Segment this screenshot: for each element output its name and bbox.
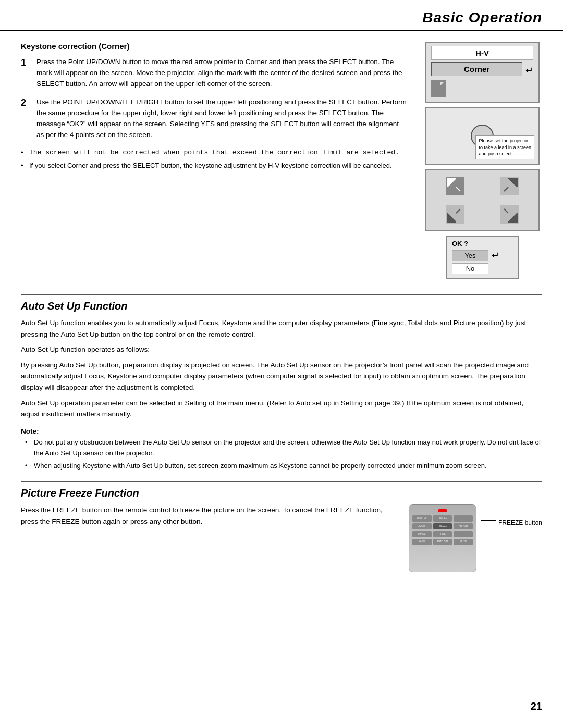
- remote-btn-page: PAGE: [412, 539, 432, 545]
- menu-item-corner: Corner: [431, 62, 522, 76]
- freeze-text: Press the FREEZE button on the remote co…: [21, 504, 393, 531]
- note-text-2: When adjusting Keystone with Auto Set Up…: [34, 461, 487, 472]
- svg-rect-13: [447, 213, 448, 223]
- diagram-projector: Please set the projectorto take a lead i…: [425, 107, 540, 165]
- ok-no-item: No: [452, 263, 488, 274]
- page-header: Basic Operation: [0, 0, 563, 31]
- main-content: Keystone correction (Corner) 1 Press the…: [0, 31, 563, 572]
- note-bullet-1: •: [25, 437, 31, 459]
- bullet-item-1: • The screen will not be corrected when …: [21, 147, 407, 158]
- auto-setup-para2: Auto Set Up function operates as follows…: [21, 344, 542, 355]
- svg-rect-2: [447, 178, 456, 179]
- menu-doc-icon: [431, 80, 446, 97]
- remote-btn-empty2: [454, 531, 473, 537]
- remote-control-image: AUTO PC ON-OFF ZOOM FREEZE ARROW IMAGE P…: [409, 504, 476, 572]
- bullet-text-1: The screen will not be corrected when po…: [29, 147, 399, 158]
- diagram-corners: [425, 169, 540, 231]
- section-divider-2: [21, 481, 542, 482]
- auto-setup-heading: Auto Set Up Function: [21, 300, 542, 312]
- bullet-dot-2: •: [21, 161, 27, 171]
- svg-rect-3: [447, 178, 448, 187]
- remote-btn-arrow: ARROW: [454, 523, 473, 529]
- remote-indicator-light: [438, 509, 447, 512]
- ok-yes-row: Yes ↵: [452, 250, 512, 261]
- ok-yes-item: Yes: [452, 250, 488, 261]
- svg-rect-18: [517, 213, 518, 223]
- remote-btn-freeze: FREEZE: [433, 523, 452, 529]
- corner-bottom-right: [483, 201, 535, 227]
- note-item-2: • When adjusting Keystone with Auto Set …: [25, 461, 542, 472]
- keystone-text: Keystone correction (Corner) 1 Press the…: [21, 42, 407, 279]
- remote-btn-onoff: ON-OFF: [433, 515, 452, 522]
- remote-body: AUTO PC ON-OFF ZOOM FREEZE ARROW IMAGE P…: [409, 505, 476, 572]
- menu-select-arrow: ↵: [525, 65, 533, 76]
- section-divider-1: [21, 294, 542, 295]
- keystone-section: Keystone correction (Corner) 1 Press the…: [21, 31, 542, 285]
- keystone-section-title: Keystone correction (Corner): [21, 42, 407, 51]
- auto-setup-para4: Auto Set Up operation parameter can be s…: [21, 398, 542, 420]
- corner-bottom-right-icon: [500, 205, 519, 224]
- svg-rect-7: [508, 178, 518, 179]
- corner-top-left-icon: [446, 177, 464, 195]
- bullet-text-2: If you select Corner and press the SELEC…: [29, 161, 392, 171]
- picture-freeze-heading: Picture Freeze Function: [21, 487, 542, 499]
- bullet-dot-1: •: [21, 147, 27, 158]
- remote-buttons-grid: AUTO PC ON-OFF ZOOM FREEZE ARROW IMAGE P…: [412, 515, 473, 545]
- remote-btn-autopc: AUTO PC: [412, 515, 432, 522]
- menu-item-corner-row: Corner ↵: [431, 62, 533, 78]
- remote-btn-ptimer: P-TIMER: [433, 531, 452, 537]
- note-bullet-2: •: [25, 461, 31, 472]
- bullet-item-2: • If you select Corner and press the SEL…: [21, 161, 407, 171]
- remote-btn-image: IMAGE: [412, 531, 432, 537]
- step-1-text: Press the Point UP/DOWN button to move t…: [36, 57, 407, 90]
- projector-text-box: Please set the projectorto take a lead i…: [475, 135, 534, 159]
- corner-top-right-icon: [500, 177, 519, 195]
- step-1: 1 Press the Point UP/DOWN button to move…: [21, 57, 407, 90]
- bullet-list: • The screen will not be corrected when …: [21, 147, 407, 170]
- corner-bottom-left-icon: [446, 205, 464, 224]
- remote-btn-zoom: ZOOM: [412, 523, 432, 529]
- freeze-body: Press the FREEZE button on the remote co…: [21, 504, 393, 527]
- freeze-button-label: FREEZE button: [498, 519, 542, 526]
- projector-instruction-text: Please set the projectorto take a lead i…: [479, 138, 531, 156]
- auto-setup-para3: By pressing Auto Set Up button, preparat…: [21, 360, 542, 393]
- remote-diagram: AUTO PC ON-OFF ZOOM FREEZE ARROW IMAGE P…: [409, 504, 542, 572]
- menu-item-hv: H-V: [431, 46, 533, 60]
- corner-top-right: [483, 173, 535, 199]
- keystone-diagrams: H-V Corner ↵ Please set the projectorto …: [422, 42, 542, 279]
- diagram-menu: H-V Corner ↵: [425, 42, 540, 103]
- remote-btn-empty1: [454, 515, 473, 522]
- svg-rect-8: [517, 178, 518, 187]
- remote-btn-mute: MUTE: [454, 539, 473, 545]
- diagram-ok: OK ? Yes ↵ No: [446, 236, 519, 279]
- corner-top-left: [429, 173, 481, 199]
- note-list: • Do not put any obstruction between the…: [25, 437, 542, 472]
- page-title: Basic Operation: [422, 9, 542, 26]
- freeze-section: Press the FREEZE button on the remote co…: [21, 504, 542, 572]
- step-2-text: Use the POINT UP/DOWN/LEFT/RIGHT button …: [36, 97, 407, 141]
- step-2-number: 2: [21, 97, 32, 141]
- note-heading: Note:: [21, 427, 542, 435]
- svg-rect-17: [508, 221, 518, 223]
- svg-rect-12: [447, 221, 456, 223]
- ok-arrow: ↵: [492, 250, 499, 261]
- note-item-1: • Do not put any obstruction between the…: [25, 437, 542, 459]
- remote-btn-autoset: AUTO SET: [433, 539, 452, 545]
- step-1-number: 1: [21, 57, 32, 90]
- corner-bottom-left: [429, 201, 481, 227]
- auto-setup-para1: Auto Set Up function enables you to auto…: [21, 317, 542, 340]
- step-2: 2 Use the POINT UP/DOWN/LEFT/RIGHT butto…: [21, 97, 407, 141]
- page-number: 21: [531, 700, 542, 712]
- note-text-1: Do not put any obstruction between the A…: [34, 437, 542, 459]
- ok-label: OK ?: [452, 240, 512, 248]
